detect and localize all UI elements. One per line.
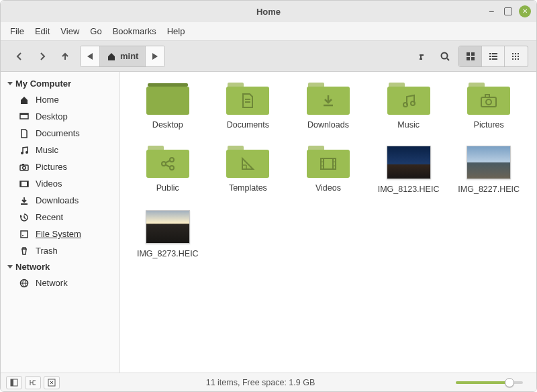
document-icon [19, 129, 30, 138]
sidebar-section-header[interactable]: Network [1, 259, 119, 275]
svg-rect-20 [512, 58, 514, 60]
sidebar-item-label: Recent [36, 212, 63, 222]
folder-icon [146, 146, 189, 178]
folder-icon [226, 146, 269, 178]
home-icon [19, 95, 30, 105]
path-prev-button[interactable] [81, 46, 100, 66]
sidebar-item-label: Network [36, 278, 68, 288]
sidebar-item-desktop[interactable]: Desktop [1, 108, 119, 125]
sidebar-item-network[interactable]: Network [1, 275, 119, 291]
menu-bookmarks[interactable]: Bookmarks [113, 26, 156, 36]
sidebar-section-header[interactable]: My Computer [1, 76, 119, 91]
show-places-button[interactable] [6, 376, 22, 389]
item-label: Downloads [307, 120, 349, 130]
grid-item[interactable]: Downloads [289, 80, 368, 132]
svg-line-48 [165, 165, 170, 168]
minimize-button[interactable]: − [485, 5, 497, 17]
svg-line-47 [165, 160, 170, 163]
path-segment-current[interactable]: mint [100, 46, 146, 66]
item-label: IMG_8123.HEIC [378, 185, 440, 194]
svg-rect-43 [485, 95, 489, 97]
grid-item[interactable]: Templates [209, 143, 288, 197]
svg-point-2 [442, 52, 448, 58]
menu-help[interactable]: Help [167, 26, 185, 36]
sidebar-item-label: Downloads [36, 195, 79, 205]
sidebar-item-label: Videos [36, 179, 62, 189]
desktop-icon [19, 112, 30, 121]
item-label: IMG_8227.HEIC [458, 185, 520, 194]
svg-rect-59 [11, 379, 13, 386]
back-button[interactable] [9, 46, 30, 67]
svg-point-42 [486, 99, 491, 105]
menu-view[interactable]: View [60, 26, 79, 36]
sidebar-item-documents[interactable]: Documents [1, 125, 119, 142]
chevron-down-icon [7, 265, 13, 268]
svg-point-40 [411, 101, 415, 105]
chevron-down-icon [7, 82, 13, 85]
svg-rect-6 [467, 57, 470, 60]
titlebar: Home − [1, 1, 536, 22]
folder-icon [467, 83, 510, 115]
toggle-location-button[interactable] [413, 46, 434, 67]
menu-file[interactable]: File [10, 26, 24, 36]
grid-item[interactable]: Pictures [449, 80, 528, 132]
recent-icon [19, 213, 30, 222]
sidebar-item-home[interactable]: Home [1, 91, 119, 108]
list-view-button[interactable] [482, 46, 505, 66]
sidebar-item-label: Documents [36, 128, 80, 138]
grid-item[interactable]: IMG_8273.HEIC [128, 207, 207, 261]
grid-item[interactable]: Music [369, 80, 448, 132]
triangle-left-icon [87, 53, 93, 60]
compact-icon [511, 52, 521, 61]
folder-icon [307, 83, 350, 115]
item-label: IMG_8273.HEIC [137, 249, 199, 258]
svg-rect-15 [515, 53, 516, 54]
menu-go[interactable]: Go [90, 26, 101, 36]
grid-item[interactable]: Desktop [128, 80, 207, 132]
grid-item[interactable]: Videos [289, 143, 368, 197]
forward-button[interactable] [32, 46, 53, 67]
path-next-button[interactable] [146, 46, 164, 66]
item-label: Public [156, 183, 179, 193]
svg-rect-31 [20, 181, 21, 187]
music-icon [19, 146, 30, 155]
svg-rect-34 [21, 231, 28, 238]
search-icon [440, 51, 450, 62]
search-button[interactable] [434, 46, 456, 67]
filesystem-icon [19, 230, 30, 239]
grid-item[interactable]: IMG_8227.HEIC [449, 143, 528, 197]
sidebar-item-music[interactable]: Music [1, 142, 119, 158]
sidebar-section-title: My Computer [15, 79, 71, 89]
close-sidebar-button[interactable] [44, 376, 60, 389]
menu-edit[interactable]: Edit [35, 26, 50, 36]
zoom-slider[interactable] [456, 381, 536, 384]
sidebar-item-recent[interactable]: Recent [1, 209, 119, 226]
show-treeview-button[interactable] [25, 376, 41, 389]
location-toggle-icon [418, 51, 429, 62]
grid-item[interactable]: Public [128, 143, 207, 197]
statusbar: 11 items, Free space: 1.9 GB [1, 373, 536, 391]
sidebar-item-downloads[interactable]: Downloads [1, 192, 119, 209]
sidebar-item-file-system[interactable]: File System [1, 226, 119, 242]
maximize-button[interactable] [504, 7, 512, 15]
svg-point-28 [23, 166, 26, 169]
svg-point-45 [170, 158, 174, 162]
compact-view-button[interactable] [505, 46, 528, 66]
icon-grid: DesktopDocumentsDownloadsMusicPicturesPu… [128, 80, 528, 261]
svg-marker-0 [87, 53, 93, 60]
sidebar-item-pictures[interactable]: Pictures [1, 158, 119, 175]
content-area[interactable]: DesktopDocumentsDownloadsMusicPicturesPu… [120, 72, 536, 373]
item-label: Music [397, 120, 420, 130]
grid-item[interactable]: IMG_8123.HEIC [369, 143, 448, 197]
path-bar: mint [80, 46, 165, 67]
close-button[interactable] [519, 5, 531, 17]
svg-rect-14 [512, 53, 514, 54]
up-button[interactable] [54, 46, 76, 67]
sidebar-item-videos[interactable]: Videos [1, 175, 119, 192]
svg-rect-16 [518, 53, 519, 54]
sidebar-item-trash[interactable]: Trash [1, 242, 119, 259]
grid-item[interactable]: Documents [209, 80, 288, 132]
icon-view-button[interactable] [459, 46, 482, 66]
svg-point-25 [21, 152, 23, 154]
sidebar-item-label: Music [36, 145, 58, 155]
